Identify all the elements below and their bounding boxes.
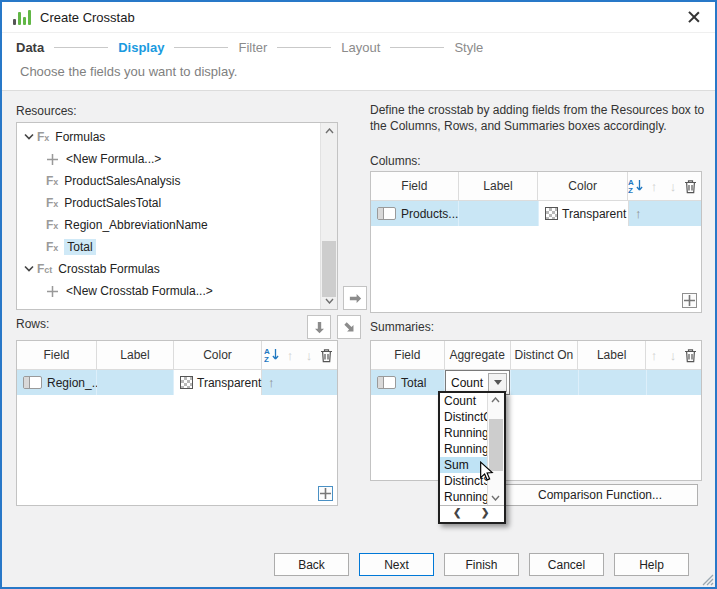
plus-icon bbox=[684, 295, 695, 306]
tree-item-label: <New Crosstab Formula...> bbox=[66, 284, 213, 298]
tree-item-new-crosstab-formula[interactable]: <New Crosstab Formula...> bbox=[17, 280, 320, 302]
dropdown-item-runningdistinct[interactable]: RunningD bbox=[440, 441, 492, 457]
tree-item-new-formula[interactable]: <New Formula...> bbox=[17, 148, 320, 170]
color-value: Transparent bbox=[197, 376, 261, 390]
resources-label: Resources: bbox=[16, 104, 77, 118]
field-icon bbox=[377, 376, 396, 389]
scroll-left-icon[interactable]: ❮ bbox=[453, 507, 461, 518]
dropdown-item-runningsum[interactable]: RunningS bbox=[440, 489, 492, 505]
tree-item-region-abbreviationname[interactable]: Fx Region_AbbreviationName bbox=[17, 214, 320, 236]
dropdown-item-count[interactable]: Count bbox=[440, 393, 492, 409]
tree-item-productsalesanalysis[interactable]: Fx ProductSalesAnalysis bbox=[17, 170, 320, 192]
move-up-icon[interactable]: ↑ bbox=[646, 179, 662, 194]
step-data[interactable]: Data bbox=[16, 40, 44, 55]
scroll-up-icon[interactable] bbox=[488, 393, 503, 407]
step-connector bbox=[390, 47, 444, 48]
scroll-up-icon[interactable] bbox=[321, 123, 337, 139]
summaries-row-total[interactable]: Total Count bbox=[371, 370, 701, 395]
resize-grip[interactable] bbox=[701, 573, 714, 586]
help-button[interactable]: Help bbox=[614, 553, 689, 576]
back-button[interactable]: Back bbox=[274, 553, 349, 576]
move-up-icon[interactable]: ↑ bbox=[282, 348, 298, 363]
tree-item-label: Total bbox=[64, 239, 95, 255]
aggregate-value: Count bbox=[446, 376, 488, 390]
field-name: Region_... bbox=[47, 376, 102, 390]
step-connector bbox=[174, 47, 228, 48]
formula-icon: Fx bbox=[46, 218, 58, 232]
tree-item-total-selected[interactable]: Fx Total bbox=[17, 236, 320, 258]
step-style[interactable]: Style bbox=[454, 40, 483, 55]
scroll-right-icon[interactable]: ❯ bbox=[481, 507, 489, 518]
formula-icon: Fx bbox=[46, 174, 58, 188]
scrollbar-thumb[interactable] bbox=[489, 419, 503, 471]
dropdown-item-runningcount[interactable]: RunningC bbox=[440, 425, 492, 441]
chevron-down-icon bbox=[494, 380, 502, 385]
transparent-swatch[interactable] bbox=[545, 207, 558, 220]
columns-add-button[interactable] bbox=[682, 293, 697, 308]
formula-icon: Fx bbox=[37, 130, 49, 144]
dropdown-item-sum[interactable]: Sum bbox=[440, 457, 492, 473]
tree-item-crosstab-formulas[interactable]: Fct Crosstab Formulas bbox=[17, 258, 320, 280]
window-title: Create Crosstab bbox=[40, 10, 135, 25]
move-to-crosstab-button[interactable] bbox=[343, 286, 367, 310]
title-bar: Create Crosstab bbox=[2, 2, 715, 33]
move-down-icon[interactable]: ↓ bbox=[665, 348, 681, 363]
step-layout[interactable]: Layout bbox=[341, 40, 380, 55]
sort-ascending-icon: ↑ bbox=[268, 375, 275, 390]
dropdown-item-distinctsum[interactable]: DistinctS bbox=[440, 473, 492, 489]
create-crosstab-dialog: Create Crosstab Data Display Filter Layo… bbox=[0, 0, 717, 589]
tree-item-label: ProductSalesAnalysis bbox=[64, 174, 180, 188]
cancel-button[interactable]: Cancel bbox=[529, 553, 604, 576]
field-name: Total bbox=[401, 376, 426, 390]
sort-az-icon[interactable]: AZ bbox=[628, 178, 643, 194]
columns-row-products[interactable]: Products... Transparent ↑ bbox=[371, 201, 701, 226]
scroll-down-icon[interactable] bbox=[488, 491, 503, 505]
field-name: Products... bbox=[401, 207, 458, 221]
wizard-subtitle: Choose the fields you want to display. bbox=[20, 64, 237, 79]
move-up-icon[interactable]: ↑ bbox=[646, 348, 662, 363]
summaries-label: Summaries: bbox=[370, 320, 434, 334]
dropdown-scrollbar[interactable] bbox=[487, 393, 504, 505]
aggregate-dropdown-button[interactable] bbox=[488, 373, 507, 392]
scrollbar-thumb[interactable] bbox=[322, 241, 336, 297]
columns-label: Columns: bbox=[370, 154, 421, 168]
color-value: Transparent bbox=[562, 207, 626, 221]
move-corner-button[interactable] bbox=[337, 315, 361, 339]
summaries-table: Field Aggregate Distinct On Label ↑ ↓ To… bbox=[370, 340, 702, 481]
step-connector bbox=[54, 47, 108, 48]
column-header-color: Color bbox=[174, 341, 262, 369]
transparent-swatch[interactable] bbox=[180, 376, 193, 389]
trash-icon[interactable] bbox=[684, 179, 697, 194]
columns-table: Field Label Color AZ ↑ ↓ Products... Tra… bbox=[370, 171, 702, 313]
resources-scrollbar[interactable] bbox=[320, 123, 337, 309]
formula-icon: Fx bbox=[46, 240, 58, 254]
trash-icon[interactable] bbox=[320, 348, 333, 363]
instructions-text: Define the crosstab by adding fields fro… bbox=[370, 102, 706, 134]
finish-button[interactable]: Finish bbox=[444, 553, 519, 576]
move-down-button[interactable] bbox=[307, 315, 331, 339]
rows-row-region[interactable]: Region_... Transparent ↑ bbox=[17, 370, 337, 395]
dropdown-item-distinctcount[interactable]: DistinctC bbox=[440, 409, 492, 425]
move-down-icon[interactable]: ↓ bbox=[301, 348, 317, 363]
rows-label: Rows: bbox=[16, 317, 49, 331]
close-button[interactable] bbox=[686, 9, 702, 25]
trash-icon[interactable] bbox=[684, 348, 697, 363]
scroll-down-icon[interactable] bbox=[321, 293, 337, 309]
arrow-down-icon bbox=[312, 320, 327, 335]
column-header-field: Field bbox=[371, 172, 459, 200]
step-filter[interactable]: Filter bbox=[238, 40, 267, 55]
sort-az-icon[interactable]: AZ bbox=[264, 347, 279, 363]
plus-icon bbox=[46, 285, 59, 298]
tree-item-formulas[interactable]: Fx Formulas bbox=[17, 126, 320, 148]
rows-table: Field Label Color AZ ↑ ↓ Region_... Tran… bbox=[16, 340, 338, 506]
move-down-icon[interactable]: ↓ bbox=[665, 179, 681, 194]
plus-icon bbox=[320, 488, 331, 499]
comparison-function-button[interactable]: Comparison Function... bbox=[502, 484, 698, 506]
summaries-table-toolbar: ↑ ↓ bbox=[646, 341, 701, 369]
tree-item-label: Region_AbbreviationName bbox=[64, 218, 207, 232]
step-display[interactable]: Display bbox=[118, 40, 164, 55]
sort-ascending-icon: ↑ bbox=[635, 206, 642, 221]
rows-add-button[interactable] bbox=[318, 486, 333, 501]
tree-item-productsalestotal[interactable]: Fx ProductSalesTotal bbox=[17, 192, 320, 214]
next-button[interactable]: Next bbox=[359, 553, 434, 576]
